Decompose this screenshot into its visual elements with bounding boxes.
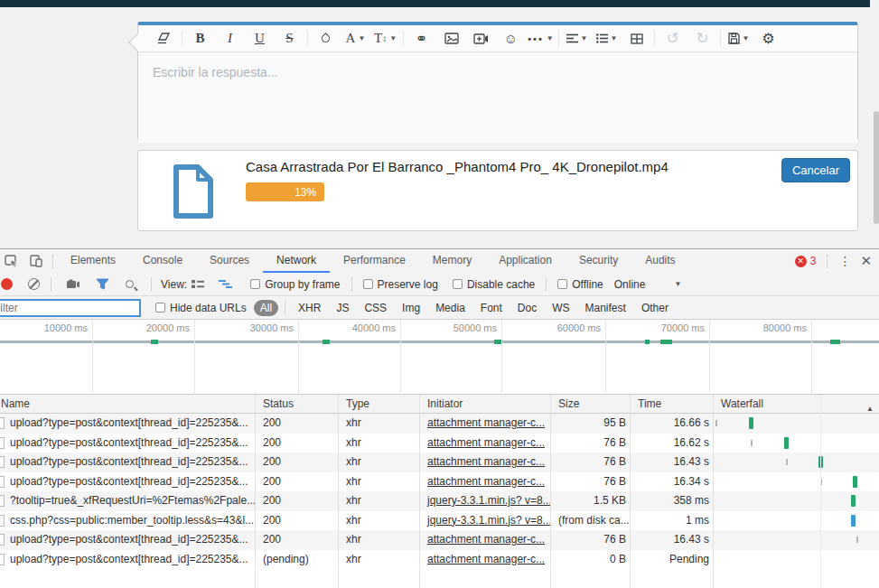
strikethrough-button[interactable]: S <box>275 28 304 50</box>
close-devtools-icon[interactable]: ✕ <box>858 253 879 269</box>
tab-network[interactable]: Network <box>263 249 330 273</box>
request-initiator-link[interactable]: jquery-3.3.1.min.js? v=8... <box>427 514 551 527</box>
error-icon[interactable]: ✕ <box>795 256 807 267</box>
clear-network-log-icon[interactable] <box>28 278 40 290</box>
bold-button[interactable]: B <box>185 28 215 50</box>
view-waterfall-icon[interactable] <box>218 277 232 292</box>
request-row[interactable]: upload?type=post&context[thread_id]=2252… <box>0 472 879 492</box>
request-name[interactable]: upload?type=post&context[thread_id]=2252… <box>10 434 248 453</box>
request-size: 76 B <box>551 434 631 453</box>
request-initiator-link[interactable]: attachment manager-c... <box>427 533 545 546</box>
image-icon[interactable] <box>436 28 466 50</box>
col-header-type[interactable]: Type <box>339 395 420 413</box>
tab-security[interactable]: Security <box>566 249 631 273</box>
tab-audits[interactable]: Audits <box>631 249 688 273</box>
filter-type-xhr[interactable]: XHR <box>292 300 327 316</box>
filter-type-font[interactable]: Font <box>474 300 509 316</box>
timeline-overview[interactable] <box>0 336 879 395</box>
filter-type-ws[interactable]: WS <box>546 300 575 316</box>
remove-format-icon[interactable] <box>149 28 179 50</box>
redo-icon[interactable]: ↻ <box>687 28 717 50</box>
col-header-time[interactable]: Time <box>631 395 714 413</box>
tab-performance[interactable]: Performance <box>330 249 419 273</box>
col-header-status[interactable]: Status <box>256 395 339 413</box>
request-name[interactable]: upload?type=post&context[thread_id]=2252… <box>10 550 248 569</box>
italic-button[interactable]: I <box>215 28 245 50</box>
tab-memory[interactable]: Memory <box>419 249 485 273</box>
filter-type-media[interactable]: Media <box>429 300 472 316</box>
request-initiator-link[interactable]: attachment manager-c... <box>427 475 545 488</box>
hide-data-urls-checkbox[interactable]: Hide data URLs <box>155 302 247 314</box>
col-header-name[interactable]: Name <box>0 395 256 413</box>
tab-console[interactable]: Console <box>129 249 196 273</box>
inspect-element-icon[interactable] <box>4 254 18 268</box>
font-family-button[interactable]: A▼ <box>341 28 370 50</box>
request-name[interactable]: upload?type=post&context[thread_id]=2252… <box>10 414 248 433</box>
request-row[interactable]: css.php?css=public:member_tooltip.less&s… <box>0 511 879 531</box>
group-by-frame-checkbox[interactable]: Group by frame <box>250 278 340 291</box>
emoji-icon[interactable]: ☺ <box>496 28 526 50</box>
filter-type-doc[interactable]: Doc <box>511 300 543 316</box>
filter-funnel-icon[interactable] <box>95 277 109 292</box>
link-icon[interactable]: ⚭ <box>407 28 436 50</box>
page-scrollbar[interactable] <box>870 0 879 248</box>
undo-icon[interactable]: ↺ <box>658 28 687 50</box>
list-button[interactable]: ▼ <box>592 28 622 50</box>
search-icon[interactable] <box>122 277 136 292</box>
request-row[interactable]: upload?type=post&context[thread_id]=2252… <box>0 453 879 472</box>
filter-input[interactable] <box>0 299 141 317</box>
view-list-icon[interactable] <box>191 277 205 292</box>
font-size-button[interactable]: T↕▼ <box>370 28 400 50</box>
filter-type-other[interactable]: Other <box>635 300 675 316</box>
request-row[interactable]: upload?type=post&context[thread_id]=2252… <box>0 434 879 453</box>
tab-elements[interactable]: Elements <box>57 249 129 273</box>
col-header-initiator[interactable]: Initiator <box>420 395 551 413</box>
col-header-size[interactable]: Size <box>551 395 631 413</box>
text-color-icon[interactable] <box>311 28 341 50</box>
capture-screenshots-icon[interactable] <box>66 277 80 292</box>
request-size: 76 B <box>551 472 631 492</box>
more-options-button[interactable]: •••▼ <box>526 28 556 50</box>
request-initiator-link[interactable]: attachment manager-c... <box>427 416 545 429</box>
media-icon[interactable] <box>466 28 496 50</box>
col-header-waterfall[interactable]: Waterfall ▲ <box>714 395 879 413</box>
filter-type-all[interactable]: All <box>254 300 278 316</box>
record-network-log-button[interactable] <box>1 278 13 290</box>
filter-type-img[interactable]: Img <box>396 300 426 316</box>
tab-application[interactable]: Application <box>485 249 566 273</box>
filter-type-manifest[interactable]: Manifest <box>579 300 632 316</box>
throttling-dropdown[interactable]: Online ▼ <box>614 278 682 291</box>
cancel-upload-button[interactable]: Cancelar <box>781 158 850 182</box>
page-scrollbar-thumb[interactable] <box>874 111 879 224</box>
disable-cache-checkbox[interactable]: Disable cache <box>453 278 535 291</box>
reply-textarea[interactable]: Escribir la respuesta... <box>138 52 857 143</box>
error-count[interactable]: 3 <box>810 255 817 267</box>
drafts-button[interactable]: ▼ <box>724 28 753 50</box>
request-name[interactable]: upload?type=post&context[thread_id]=2252… <box>10 453 248 471</box>
filter-type-js[interactable]: JS <box>330 300 355 316</box>
gear-icon[interactable]: ⚙ <box>753 28 783 50</box>
request-row[interactable]: upload?type=post&context[thread_id]=2252… <box>0 414 879 434</box>
request-name[interactable]: upload?type=post&context[thread_id]=2252… <box>10 530 248 549</box>
request-row[interactable]: upload?type=post&context[thread_id]=2252… <box>0 530 879 550</box>
tab-sources[interactable]: Sources <box>196 249 263 273</box>
request-row[interactable]: ?tooltip=true&_xfRequestUri=%2Ftemas%2Fp… <box>0 491 879 511</box>
preserve-log-checkbox[interactable]: Preserve log <box>363 278 438 291</box>
filter-type-css[interactable]: CSS <box>358 300 393 316</box>
underline-button[interactable]: U <box>245 28 275 50</box>
device-toolbar-icon[interactable] <box>29 254 43 268</box>
request-name[interactable]: css.php?css=public:member_tooltip.less&s… <box>10 511 254 530</box>
request-initiator-link[interactable]: jquery-3.3.1.min.js? v=8... <box>427 494 551 507</box>
align-button[interactable]: ▼ <box>562 28 592 50</box>
request-initiator-link[interactable]: attachment manager-c... <box>427 455 545 468</box>
request-row[interactable]: upload?type=post&context[thread_id]=2252… <box>0 550 879 570</box>
request-initiator-link[interactable]: attachment manager-c... <box>427 553 545 565</box>
request-name[interactable]: upload?type=post&context[thread_id]=2252… <box>10 472 248 491</box>
overview-activity-mark <box>323 340 330 344</box>
request-name[interactable]: ?tooltip=true&_xfRequestUri=%2Ftemas%2Fp… <box>10 491 256 510</box>
offline-checkbox[interactable]: Offline <box>557 278 603 291</box>
request-initiator-link[interactable]: attachment manager-c... <box>427 436 545 449</box>
table-icon[interactable] <box>622 28 651 50</box>
devtools-menu-icon[interactable]: ⋮ <box>831 254 858 268</box>
chevron-down-icon: ▼ <box>358 34 365 42</box>
